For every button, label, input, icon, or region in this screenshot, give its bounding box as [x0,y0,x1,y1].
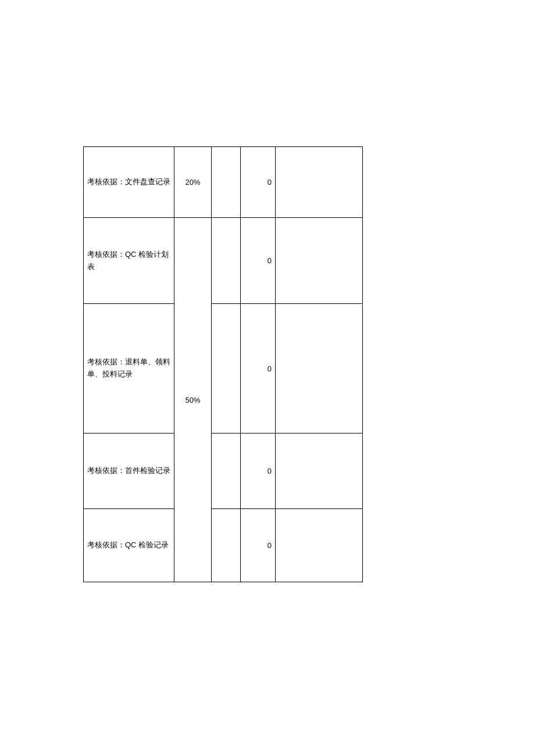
score-text: 0 [268,256,272,265]
basis-cell: 考核依据：QC 检验记录 [84,509,174,582]
basis-cell: 考核依据：文件盘查记录 [84,147,174,218]
blank-cell [212,433,241,509]
basis-cell: 考核依据：QC 检验计划表 [84,218,174,304]
table-row: 考核依据：首件检验记录 0 [84,433,363,509]
score-text: 0 [268,178,272,187]
basis-text: 考核依据：文件盘查记录 [87,177,170,186]
blank-cell [276,147,363,218]
score-cell: 0 [241,433,276,509]
blank-cell [276,433,363,509]
table-row: 考核依据：文件盘查记录 20% 0 [84,147,363,218]
blank-cell [212,147,241,218]
weight-text: 20% [185,178,200,187]
weight-cell: 50% [174,218,212,582]
weight-cell: 20% [174,147,212,218]
score-cell: 0 [241,218,276,304]
basis-text: 考核依据：QC 检验计划表 [87,250,169,271]
basis-text: 考核依据：首件检验记录 [87,466,170,475]
basis-text: 考核依据：QC 检验记录 [87,540,169,549]
basis-text: 考核依据：退料单、领料单、投料记录 [87,357,170,378]
score-cell: 0 [241,147,276,218]
blank-cell [212,509,241,582]
blank-cell [276,509,363,582]
score-cell: 0 [241,304,276,433]
basis-cell: 考核依据：退料单、领料单、投料记录 [84,304,174,433]
basis-cell: 考核依据：首件检验记录 [84,433,174,509]
weight-text: 50% [185,396,200,404]
score-text: 0 [268,467,272,475]
table-row: 考核依据：QC 检验计划表 50% 0 [84,218,363,304]
table-row: 考核依据：退料单、领料单、投料记录 0 [84,304,363,433]
score-text: 0 [268,364,272,373]
assessment-table: 考核依据：文件盘查记录 20% 0 考核依据：QC 检验计划表 50% 0 考核… [83,146,363,582]
table-row: 考核依据：QC 检验记录 0 [84,509,363,582]
blank-cell [276,218,363,304]
blank-cell [276,304,363,433]
blank-cell [212,304,241,433]
score-text: 0 [268,541,272,550]
score-cell: 0 [241,509,276,582]
blank-cell [212,218,241,304]
